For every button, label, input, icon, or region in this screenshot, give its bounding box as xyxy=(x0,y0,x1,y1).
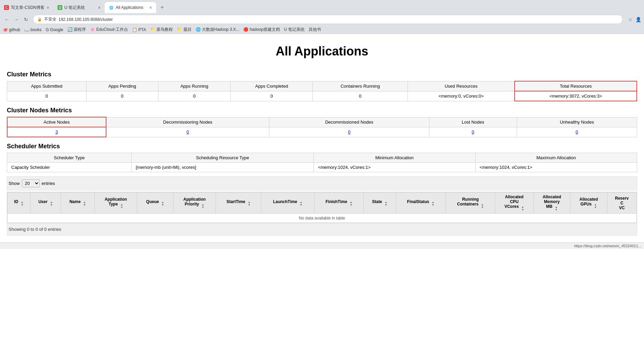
bookmark-notes[interactable]: U 笔记系统 xyxy=(284,27,305,33)
applications-table-wrapper: ID ▲▼ User ▲▼ Name ▲▼ ApplicationType ▲▼… xyxy=(7,192,637,223)
browser-chrome: C 写文章-CSDN博客 ✕ U U 笔记系统 ✕ 🌐 All Applicat… xyxy=(0,0,644,34)
address-bar: ← → ↻ 🔒 不安全 192.168.100.105:8088/cluster… xyxy=(0,13,644,26)
bookmark-hadoop[interactable]: 🌐 大数据Hadoop 3.X... xyxy=(196,27,240,33)
profile-icon[interactable]: 👤 xyxy=(635,17,641,22)
cluster-nodes-table: Active Nodes Decommissioning Nodes Decom… xyxy=(7,117,637,137)
cluster-metrics-title: Cluster Metrics xyxy=(7,71,637,78)
tab-close-notes[interactable]: ✕ xyxy=(98,6,101,10)
tab-favicon-allapps: 🌐 xyxy=(109,5,114,10)
col-scheduling-resource-type: Scheduling Resource Type xyxy=(131,153,313,163)
scheduler-metrics-title: Scheduler Metrics xyxy=(7,143,637,150)
show-label: Show xyxy=(9,181,20,186)
th-name[interactable]: Name ▲▼ xyxy=(61,192,94,214)
status-bar: https://blog.csdn.net/weixin_45324011... xyxy=(0,242,644,249)
th-reserved-cpu[interactable]: ReservCVC xyxy=(607,192,636,214)
tab-csdn[interactable]: C 写文章-CSDN博客 ✕ xyxy=(0,2,53,13)
th-launchtime[interactable]: LaunchTime ▲▼ xyxy=(261,192,314,214)
col-max-allocation: Maximum Allocation xyxy=(475,153,637,163)
bookmark-questions[interactable]: 📁 题目 xyxy=(177,27,191,33)
no-data-message: No data available in table xyxy=(8,214,637,223)
th-queue[interactable]: Queue ▲▼ xyxy=(137,192,173,214)
url-lock-icon: 🔒 xyxy=(37,17,42,22)
col-apps-pending: Apps Pending xyxy=(86,81,158,91)
nav-buttons: ← → ↻ xyxy=(3,15,30,24)
col-min-allocation: Minimum Allocation xyxy=(314,153,475,163)
val-containers-running: 0 xyxy=(313,91,408,101)
tab-favicon-notes: U xyxy=(57,5,62,10)
bookmark-pta[interactable]: 📋 PTA xyxy=(132,27,146,32)
th-finishtime[interactable]: FinishTime ▲▼ xyxy=(314,192,363,214)
showing-text: Showing 0 to 0 of 0 entries xyxy=(9,227,61,232)
th-application-priority[interactable]: ApplicationPriority ▲▼ xyxy=(173,192,216,214)
show-entries-control: Show 10 20 50 100 entries xyxy=(7,176,637,190)
cluster-metrics-table: Apps Submitted Apps Pending Apps Running… xyxy=(7,81,637,101)
tab-close-allapps[interactable]: ✕ xyxy=(149,6,152,10)
th-state[interactable]: State ▲▼ xyxy=(364,192,396,214)
val-decommissioned-nodes[interactable]: 0 xyxy=(269,127,429,137)
bookmark-hadoop-doc[interactable]: 🔴 hadoop搭建文档 xyxy=(243,27,280,33)
cluster-metrics-section: Cluster Metrics Apps Submitted Apps Pend… xyxy=(7,71,637,101)
applications-table: ID ▲▼ User ▲▼ Name ▲▼ ApplicationType ▲▼… xyxy=(7,192,637,223)
bookmarks-icon[interactable]: ☆ xyxy=(628,17,633,22)
scheduler-metrics-section: Scheduler Metrics Scheduler Type Schedul… xyxy=(7,143,637,172)
reload-button[interactable]: ↻ xyxy=(22,15,30,24)
val-min-allocation: <memory:1024, vCores:1> xyxy=(314,163,475,172)
val-decommissioning-nodes[interactable]: 0 xyxy=(106,127,269,137)
bookmark-educloud[interactable]: 🌸 EduCloud-工作台 xyxy=(90,27,128,33)
tab-favicon-csdn: C xyxy=(4,5,9,10)
col-apps-submitted: Apps Submitted xyxy=(7,81,87,91)
scheduler-table: Scheduler Type Scheduling Resource Type … xyxy=(7,153,637,172)
back-button[interactable]: ← xyxy=(3,15,11,24)
col-scheduler-type: Scheduler Type xyxy=(7,153,132,163)
val-used-resources: <memory:0, vCores:0> xyxy=(408,91,515,101)
th-allocated-gpus[interactable]: AllocatedGPUs ▲▼ xyxy=(570,192,607,214)
footer-info: Showing 0 to 0 of 0 entries xyxy=(7,223,637,236)
url-protocol: 不安全 xyxy=(44,16,56,22)
tab-label-notes: U 笔记系统 xyxy=(64,5,85,11)
tab-close-csdn[interactable]: ✕ xyxy=(47,6,49,10)
bookmark-github[interactable]: 🐙 github xyxy=(3,27,20,32)
val-active-nodes[interactable]: 3 xyxy=(7,127,106,137)
col-decommissioned-nodes: Decommissioned Nodes xyxy=(269,117,429,127)
tab-bar: C 写文章-CSDN博客 ✕ U U 笔记系统 ✕ 🌐 All Applicat… xyxy=(0,0,644,13)
cluster-nodes-metrics-section: Cluster Nodes Metrics Active Nodes Decom… xyxy=(7,107,637,137)
val-total-resources: <memory:3072, vCores:3> xyxy=(515,91,637,101)
col-unhealthy-nodes: Unhealthy Nodes xyxy=(517,117,637,127)
tab-notes[interactable]: U U 笔记系统 ✕ xyxy=(53,2,105,13)
url-bar[interactable]: 🔒 不安全 192.168.100.105:8088/cluster xyxy=(33,15,623,24)
bookmark-other[interactable]: 其他书 xyxy=(309,27,321,33)
bookmark-books[interactable]: 📖 books xyxy=(24,27,41,32)
tab-allapps[interactable]: 🌐 All Applications ✕ xyxy=(105,2,156,13)
col-apps-completed: Apps Completed xyxy=(231,81,313,91)
th-user[interactable]: User ▲▼ xyxy=(30,192,61,214)
bookmark-google[interactable]: G Google xyxy=(46,27,63,32)
val-apps-running: 0 xyxy=(158,91,231,101)
col-total-resources: Total Resources xyxy=(515,81,637,91)
col-apps-running: Apps Running xyxy=(158,81,231,91)
th-running-containers[interactable]: RunningContainers ▲▼ xyxy=(446,192,495,214)
th-application-type[interactable]: ApplicationType ▲▼ xyxy=(94,192,137,214)
url-text: 192.168.100.105:8088/cluster xyxy=(59,17,113,22)
entries-label: entries xyxy=(42,181,55,186)
th-finalstatus[interactable]: FinalStatus ▲▼ xyxy=(396,192,446,214)
th-id[interactable]: ID ▲▼ xyxy=(8,192,30,214)
page-title: All Applications xyxy=(7,34,637,65)
col-decommissioning-nodes: Decommissioning Nodes xyxy=(106,117,269,127)
val-apps-completed: 0 xyxy=(231,91,313,101)
th-starttime[interactable]: StartTime ▲▼ xyxy=(216,192,261,214)
val-lost-nodes[interactable]: 0 xyxy=(429,127,517,137)
th-allocated-memory[interactable]: AllocatedMemoryMB ▲▼ xyxy=(533,192,570,214)
tab-label-allapps: All Applications xyxy=(116,5,143,10)
bookmark-runoob[interactable]: 📁 菜鸟教程 xyxy=(150,27,173,33)
val-scheduler-type: Capacity Scheduler xyxy=(7,163,132,172)
bookmarks-bar: 🐙 github 📖 books G Google 🔄 源程序 🌸 EduClo… xyxy=(0,26,644,34)
val-unhealthy-nodes[interactable]: 0 xyxy=(517,127,637,137)
forward-button[interactable]: → xyxy=(12,15,21,24)
bookmark-source[interactable]: 🔄 源程序 xyxy=(67,27,86,33)
new-tab-button[interactable]: ＋ xyxy=(156,2,168,13)
tab-label-csdn: 写文章-CSDN博客 xyxy=(11,5,44,11)
entries-select[interactable]: 10 20 50 100 xyxy=(22,179,40,187)
th-allocated-cpu[interactable]: AllocatedCPUVCores ▲▼ xyxy=(495,192,533,214)
col-used-resources: Used Resources xyxy=(408,81,515,91)
val-apps-pending: 0 xyxy=(86,91,158,101)
